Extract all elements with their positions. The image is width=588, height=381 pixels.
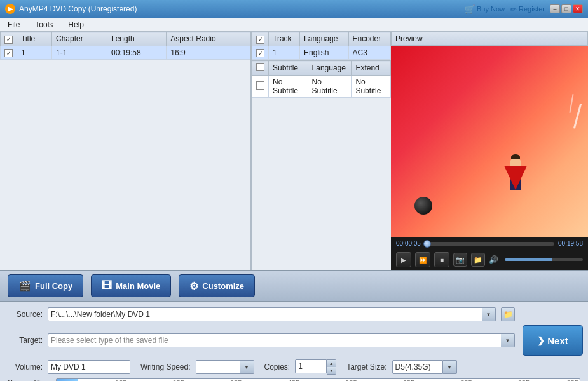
menu-file[interactable]: File [5, 19, 22, 30]
video-table-container: Title Chapter Length Aspect Radio 1 1-1 … [0, 32, 250, 270]
subtitle-col-language: Language [308, 61, 352, 76]
audio-col-encoder: Encoder [348, 32, 390, 46]
subtitle-header-checkbox[interactable] [256, 63, 264, 71]
preview-video [391, 46, 588, 237]
subtitle-table-container: Subtitle Language Extend No Subtitle No … [252, 60, 391, 270]
main-content: Title Chapter Length Aspect Radio 1 1-1 … [0, 32, 588, 270]
source-dropdown-button[interactable]: ▼ [482, 307, 496, 321]
source-size-label: Source Size: [8, 378, 51, 381]
audio-row-check[interactable] [252, 46, 269, 60]
snapshot-button[interactable]: 📷 [453, 253, 467, 267]
copies-input[interactable] [295, 359, 327, 373]
anime-scene [391, 46, 588, 237]
full-copy-icon: 🎬 [18, 280, 31, 292]
menu-tools[interactable]: Tools [32, 19, 55, 30]
source-size-row: Source Size: 1GB 2GB 3GB 4GB 5GB 6GB 7GB… [8, 378, 580, 381]
volume-label: Volume: [8, 363, 43, 371]
video-row-chapter: 1-1 [52, 46, 107, 60]
play-button[interactable]: ▶ [396, 252, 411, 267]
video-row-checkbox[interactable] [4, 49, 13, 57]
volume-input[interactable] [48, 360, 130, 374]
source-label: Source: [8, 310, 43, 319]
main-movie-button[interactable]: 🎞 Main Movie [91, 274, 171, 297]
volume-slider[interactable] [505, 258, 583, 261]
register-button[interactable]: ✏ Register [510, 4, 545, 14]
target-input[interactable] [48, 333, 501, 347]
copies-label: Copies: [264, 363, 291, 371]
subtitle-col-subtitle: Subtitle [269, 61, 308, 76]
menu-bar: File Tools Help [0, 18, 588, 32]
audio-col-language: Language [300, 32, 348, 46]
audio-col-check[interactable] [252, 32, 269, 46]
target-dropdown-button[interactable]: ▼ [501, 333, 515, 347]
writing-speed-input[interactable] [196, 360, 240, 374]
source-input[interactable] [48, 307, 482, 321]
preview-progress-bar[interactable] [425, 242, 554, 246]
close-button[interactable]: ✕ [573, 4, 583, 13]
source-row: Source: ▼ 📁 [8, 307, 580, 321]
next-button[interactable]: ❯ Next [523, 325, 583, 356]
audio-header-checkbox[interactable] [256, 36, 264, 44]
source-browse-button[interactable]: 📁 [501, 307, 515, 321]
video-header-checkbox[interactable] [4, 36, 13, 44]
copies-wrap: ▲ ▼ [295, 359, 336, 375]
next-arrow-icon: ❯ [537, 335, 545, 345]
preview-time-end: 00:19:58 [558, 240, 583, 247]
target-size-input[interactable] [392, 360, 443, 374]
customize-button[interactable]: ⚙ Customize [179, 274, 255, 297]
menu-help[interactable]: Help [65, 19, 86, 30]
preview-time-start: 00:00:05 [396, 240, 421, 247]
video-row-aspect: 16:9 [167, 46, 250, 60]
preview-controls: ▶ ⏩ ■ 📷 📁 🔊 [391, 250, 588, 270]
preview-progress-handle[interactable] [423, 240, 431, 248]
target-size-dropdown[interactable]: ▼ [443, 360, 457, 374]
register-icon: ✏ [510, 4, 517, 14]
video-table: Title Chapter Length Aspect Radio 1 1-1 … [0, 32, 250, 60]
target-input-wrap: ▼ [48, 333, 515, 347]
full-copy-button[interactable]: 🎬 Full Copy [8, 274, 83, 297]
audio-row-checkbox[interactable] [256, 49, 264, 57]
fast-forward-button[interactable]: ⏩ [415, 252, 430, 267]
settings-area: Source: ▼ 📁 Target: ▼ ❯ Next Volume: Wri… [0, 302, 588, 381]
video-col-check[interactable] [1, 32, 17, 46]
subtitle-row-check[interactable] [252, 76, 269, 98]
writing-speed-label: Writing Speed: [140, 363, 191, 371]
speaker-icon: 🔊 [489, 255, 498, 264]
subtitle-row-language: No Subtitle [308, 76, 352, 98]
folder-button[interactable]: 📁 [471, 253, 485, 267]
subtitle-row-subtitle: No Subtitle [269, 76, 308, 98]
audio-col-track: Track [269, 32, 300, 46]
left-panel: Title Chapter Length Aspect Radio 1 1-1 … [0, 32, 251, 270]
maximize-button[interactable]: □ [561, 4, 571, 13]
audio-table-container: Track Language Encoder 1 English AC3 [252, 32, 391, 60]
target-size-label: Target Size: [346, 363, 386, 371]
cart-icon: 🛒 [465, 4, 475, 14]
audio-row-language: English [300, 46, 348, 60]
video-col-chapter: Chapter [52, 32, 107, 46]
copies-spinner: ▲ ▼ [327, 359, 336, 375]
customize-icon: ⚙ [189, 280, 198, 292]
video-row-check[interactable] [1, 46, 17, 60]
table-row[interactable]: 1 English AC3 [252, 46, 391, 60]
source-size-bar: 1GB 2GB 3GB 4GB 5GB 6GB 7GB 8GB 9GB [56, 378, 580, 381]
copies-decrement[interactable]: ▼ [327, 367, 336, 374]
app-title: AnyMP4 DVD Copy (Unregistered) [19, 4, 465, 13]
subtitle-col-check[interactable] [252, 61, 269, 76]
target-row: Target: ▼ ❯ Next [8, 325, 580, 356]
preview-progress: 00:00:05 00:19:58 [391, 237, 588, 250]
table-row[interactable]: No Subtitle No Subtitle No Subtitle [252, 76, 391, 98]
table-row[interactable]: 1 1-1 00:19:58 16:9 [1, 46, 250, 60]
main-movie-icon: 🎞 [102, 280, 112, 291]
writing-speed-dropdown[interactable]: ▼ [240, 360, 254, 374]
video-col-title: Title [17, 32, 52, 46]
app-icon: ▶ [5, 4, 15, 14]
buy-now-button[interactable]: 🛒 Buy Now [465, 4, 505, 14]
right-tables: Track Language Encoder 1 English AC3 [251, 32, 391, 270]
subtitle-row-checkbox[interactable] [256, 81, 264, 90]
copies-increment[interactable]: ▲ [327, 360, 336, 367]
audio-row-track: 1 [269, 46, 300, 60]
video-row-length: 00:19:58 [107, 46, 166, 60]
minimize-button[interactable]: – [550, 4, 560, 13]
audio-row-encoder: AC3 [348, 46, 390, 60]
stop-button[interactable]: ■ [434, 252, 449, 267]
